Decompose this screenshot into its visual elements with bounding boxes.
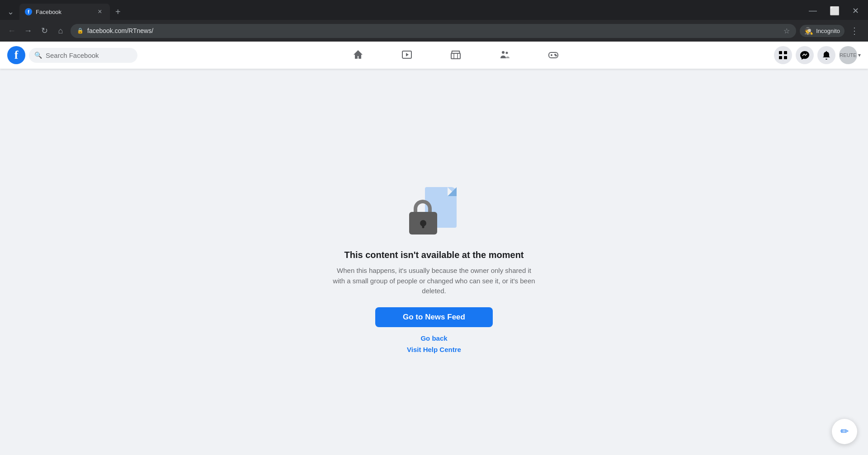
error-description: When this happens, it's usually because … [330, 266, 538, 296]
close-window-button[interactable]: ✕ [847, 4, 864, 18]
lock-body [409, 212, 437, 235]
incognito-label: Incognito [816, 28, 840, 34]
error-illustration [407, 185, 461, 239]
news-feed-button[interactable]: Go to News Feed [375, 307, 493, 327]
tab-close-button[interactable]: × [95, 7, 104, 16]
svg-point-4 [506, 52, 508, 54]
toolbar-right: 🕵 Incognito ⋮ [800, 23, 863, 38]
facebook-logo-letter: f [14, 48, 19, 62]
messenger-button[interactable] [796, 46, 814, 64]
url-bar[interactable]: 🔒 facebook.com/RTnews/ ☆ [71, 24, 796, 38]
home-button[interactable]: ⌂ [54, 24, 67, 37]
svg-rect-9 [784, 51, 787, 54]
new-tab-button[interactable]: + [112, 5, 124, 19]
svg-marker-1 [406, 53, 409, 56]
address-bar: ← → ↻ ⌂ 🔒 facebook.com/RTnews/ ☆ 🕵 Incog… [0, 20, 868, 42]
notifications-button[interactable] [817, 46, 835, 64]
chevron-down-icon: ▾ [858, 52, 861, 58]
forward-button[interactable]: → [22, 24, 34, 37]
search-icon: 🔍 [34, 52, 42, 59]
facebook-nav [137, 43, 774, 67]
search-placeholder: Search Facebook [46, 52, 99, 59]
nav-home[interactable] [334, 43, 382, 67]
active-tab[interactable]: f Facebook × [19, 4, 110, 20]
nav-groups[interactable] [480, 43, 529, 67]
facebook-search-bar[interactable]: 🔍 Search Facebook [29, 48, 137, 63]
facebook-header: f 🔍 Search Facebook [0, 42, 868, 69]
reload-button[interactable]: ↻ [38, 24, 51, 37]
help-centre-link[interactable]: Visit Help Centre [407, 346, 461, 353]
avatar-dropdown[interactable]: REUTE ▾ [839, 46, 861, 64]
user-avatar: REUTE [839, 46, 857, 64]
facebook-header-right: REUTE ▾ [774, 46, 861, 64]
browser-chrome: ⌄ f Facebook × + — ⬜ ✕ ← → ↻ ⌂ 🔒 faceboo… [0, 0, 868, 42]
svg-rect-10 [779, 56, 782, 59]
svg-rect-2 [451, 53, 460, 59]
apps-button[interactable] [774, 46, 792, 64]
incognito-badge[interactable]: 🕵 Incognito [800, 25, 844, 37]
back-button[interactable]: ← [5, 24, 18, 37]
error-title: This content isn't available at the mome… [344, 250, 524, 260]
incognito-icon: 🕵 [804, 27, 813, 35]
compose-button[interactable]: ✏ [832, 419, 857, 444]
compose-icon: ✏ [840, 426, 849, 437]
svg-rect-11 [784, 56, 787, 59]
url-right-icons: ☆ [783, 27, 790, 35]
url-text: facebook.com/RTnews/ [87, 27, 780, 34]
browser-more-button[interactable]: ⋮ [846, 23, 863, 38]
error-container: This content isn't available at the mome… [321, 167, 547, 371]
svg-point-3 [502, 51, 505, 54]
tab-bar: ⌄ f Facebook × + — ⬜ ✕ [0, 0, 868, 20]
facebook-logo[interactable]: f [7, 46, 25, 64]
svg-rect-8 [779, 51, 782, 54]
security-icon: 🔒 [77, 28, 84, 34]
tab-dropdown-button[interactable]: ⌄ [4, 5, 18, 19]
nav-watch[interactable] [382, 43, 431, 67]
avatar-text: REUTE [840, 52, 856, 58]
go-back-link[interactable]: Go back [420, 334, 447, 342]
window-controls: — ⬜ ✕ [803, 4, 864, 19]
nav-gaming[interactable] [529, 43, 578, 67]
svg-point-7 [556, 55, 557, 56]
tab-favicon: f [25, 8, 32, 15]
lock-keyhole [420, 220, 426, 226]
minimize-button[interactable]: — [803, 4, 822, 18]
facebook-content: This content isn't available at the mome… [0, 69, 868, 455]
tab-title: Facebook [36, 9, 92, 15]
nav-marketplace[interactable] [431, 43, 480, 67]
maximize-button[interactable]: ⬜ [824, 4, 845, 18]
bookmark-icon[interactable]: ☆ [783, 27, 790, 35]
